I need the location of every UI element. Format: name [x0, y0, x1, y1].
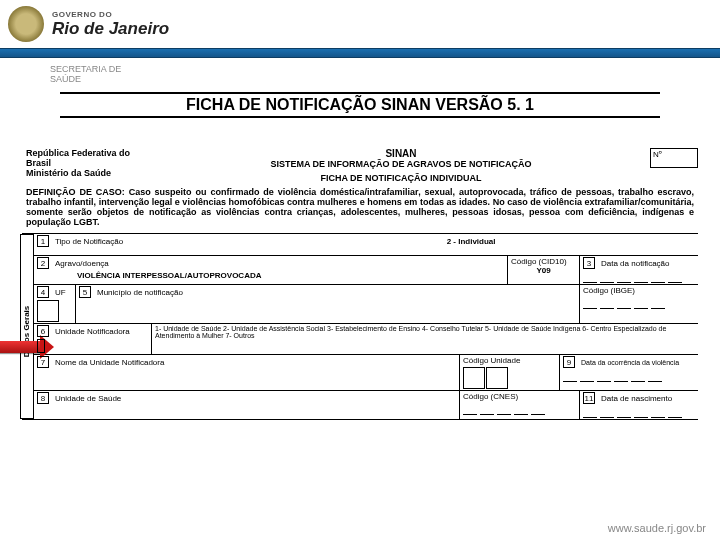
system-full: SISTEMA DE INFORMAÇÃO DE AGRAVOS DE NOTI… [156, 159, 646, 169]
title-wrap: FICHA DE NOTIFICAÇÃO SINAN VERSÃO 5. 1 [60, 92, 660, 118]
options-text: 1- Unidade de Saúde 2- Unidade de Assist… [155, 325, 695, 339]
number-box: Nº [650, 148, 698, 168]
row-1: 1 Tipo de Notificação 2 - Individual [34, 234, 698, 256]
blue-bar [0, 48, 720, 58]
form-grid: Dados Gerais 1 Tipo de Notificação 2 - I… [22, 233, 698, 420]
case-definition: DEFINIÇÃO DE CASO: Caso suspeito ou conf… [26, 187, 694, 227]
header: GOVERNO DO Rio de Janeiro [0, 0, 720, 48]
side-tab: Dados Gerais [20, 234, 34, 419]
row-4: 6 Unidade Notificadora 1- Unidade de Saú… [34, 324, 698, 355]
page-title: FICHA DE NOTIFICAÇÃO SINAN VERSÃO 5. 1 [60, 96, 660, 114]
country: República Federativa do Brasil [26, 148, 152, 168]
row-5: 7 Nome da Unidade Notificadora Código Un… [34, 355, 698, 391]
gov-line: GOVERNO DO [52, 10, 169, 19]
field-label: Tipo de Notificação [55, 237, 123, 246]
state-seal-icon [8, 6, 44, 42]
date-input [583, 271, 695, 283]
brand: GOVERNO DO Rio de Janeiro [52, 10, 169, 39]
field-value: 2 - Individual [247, 237, 695, 246]
field-num: 1 [37, 235, 49, 247]
ministry: Ministério da Saúde [26, 168, 152, 178]
row-6: 8 Unidade de Saúde Código (CNES) 11 Data… [34, 391, 698, 419]
footer-url: www.saude.rj.gov.br [608, 522, 706, 534]
form-area: República Federativa do Brasil Ministéri… [22, 148, 698, 420]
row-2: 2 Agravo/doença VIOLÊNCIA INTERPESSOAL/A… [34, 256, 698, 285]
system-short: SINAN [156, 148, 646, 159]
row-3: 4 UF 5 Município de notificação Código (… [34, 285, 698, 324]
sub-org: SECRETARIA DE SAÚDE [0, 58, 720, 84]
state-name: Rio de Janeiro [52, 19, 169, 39]
form-name: FICHA DE NOTIFICAÇÃO INDIVIDUAL [156, 173, 646, 183]
form-header: República Federativa do Brasil Ministéri… [22, 148, 698, 183]
